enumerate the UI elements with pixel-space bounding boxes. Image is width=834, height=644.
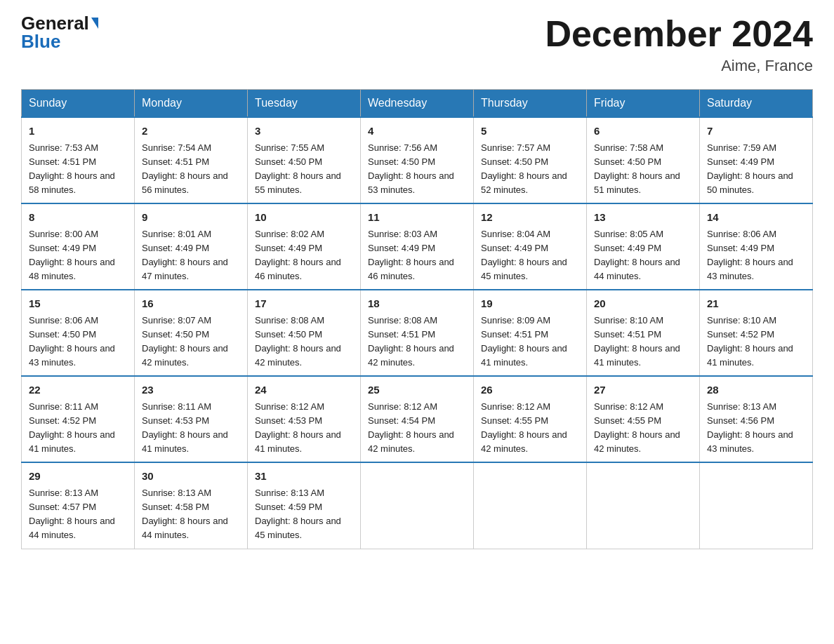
calendar-cell: 13Sunrise: 8:05 AMSunset: 4:49 PMDayligh… [587,203,700,290]
day-number: 19 [481,296,579,312]
calendar-cell: 3Sunrise: 7:55 AMSunset: 4:50 PMDaylight… [248,117,361,203]
day-info: Sunrise: 8:11 AMSunset: 4:52 PMDaylight:… [29,400,127,457]
calendar-cell: 18Sunrise: 8:08 AMSunset: 4:51 PMDayligh… [361,290,474,376]
day-info: Sunrise: 8:02 AMSunset: 4:49 PMDaylight:… [255,227,353,284]
day-number: 8 [29,210,127,226]
day-number: 1 [29,123,127,140]
calendar-table: SundayMondayTuesdayWednesdayThursdayFrid… [21,89,813,549]
day-info: Sunrise: 8:09 AMSunset: 4:51 PMDaylight:… [481,314,579,370]
day-info: Sunrise: 8:12 AMSunset: 4:54 PMDaylight:… [368,400,466,457]
weekday-header-sunday: Sunday [22,90,135,118]
calendar-cell: 19Sunrise: 8:09 AMSunset: 4:51 PMDayligh… [474,290,587,376]
calendar-cell: 28Sunrise: 8:13 AMSunset: 4:56 PMDayligh… [700,376,813,462]
day-info: Sunrise: 7:53 AMSunset: 4:51 PMDaylight:… [29,141,127,198]
day-number: 25 [368,382,466,398]
header: General Blue December 2024 Aime, France [21,14,813,75]
week-row-5: 29Sunrise: 8:13 AMSunset: 4:57 PMDayligh… [22,462,813,549]
weekday-header-tuesday: Tuesday [248,90,361,118]
week-row-4: 22Sunrise: 8:11 AMSunset: 4:52 PMDayligh… [22,376,813,462]
calendar-cell: 1Sunrise: 7:53 AMSunset: 4:51 PMDaylight… [22,117,135,203]
day-info: Sunrise: 8:06 AMSunset: 4:50 PMDaylight:… [29,314,127,370]
day-info: Sunrise: 7:56 AMSunset: 4:50 PMDaylight:… [368,141,466,198]
day-info: Sunrise: 7:59 AMSunset: 4:49 PMDaylight:… [707,141,805,198]
calendar-cell: 25Sunrise: 8:12 AMSunset: 4:54 PMDayligh… [361,376,474,462]
day-number: 28 [707,382,805,398]
day-info: Sunrise: 8:12 AMSunset: 4:55 PMDaylight:… [481,400,579,457]
day-info: Sunrise: 8:10 AMSunset: 4:51 PMDaylight:… [594,314,692,370]
day-number: 15 [29,296,127,312]
day-info: Sunrise: 8:08 AMSunset: 4:50 PMDaylight:… [255,314,353,370]
logo-blue: Blue [21,31,60,52]
day-number: 29 [29,469,127,485]
day-number: 5 [481,123,579,140]
calendar-cell [361,462,474,549]
week-row-3: 15Sunrise: 8:06 AMSunset: 4:50 PMDayligh… [22,290,813,376]
logo-text: General Blue [21,14,98,51]
day-info: Sunrise: 7:57 AMSunset: 4:50 PMDaylight:… [481,141,579,198]
calendar-cell [700,462,813,549]
weekday-header-friday: Friday [587,90,700,118]
title-area: December 2024 Aime, France [545,14,813,75]
calendar-cell [587,462,700,549]
calendar-cell: 10Sunrise: 8:02 AMSunset: 4:49 PMDayligh… [248,203,361,290]
day-number: 22 [29,382,127,398]
day-info: Sunrise: 8:06 AMSunset: 4:49 PMDaylight:… [707,227,805,284]
calendar-cell: 17Sunrise: 8:08 AMSunset: 4:50 PMDayligh… [248,290,361,376]
day-number: 2 [142,123,240,140]
day-number: 9 [142,210,240,226]
weekday-header-thursday: Thursday [474,90,587,118]
day-info: Sunrise: 8:13 AMSunset: 4:59 PMDaylight:… [255,486,353,543]
month-title: December 2024 [545,14,813,54]
day-info: Sunrise: 8:13 AMSunset: 4:56 PMDaylight:… [707,400,805,457]
day-number: 30 [142,469,240,485]
day-info: Sunrise: 8:13 AMSunset: 4:58 PMDaylight:… [142,486,240,543]
calendar-cell: 29Sunrise: 8:13 AMSunset: 4:57 PMDayligh… [22,462,135,549]
calendar-cell: 6Sunrise: 7:58 AMSunset: 4:50 PMDaylight… [587,117,700,203]
calendar-cell: 22Sunrise: 8:11 AMSunset: 4:52 PMDayligh… [22,376,135,462]
calendar-cell: 4Sunrise: 7:56 AMSunset: 4:50 PMDaylight… [361,117,474,203]
day-info: Sunrise: 8:12 AMSunset: 4:53 PMDaylight:… [255,400,353,457]
day-number: 23 [142,382,240,398]
location-title: Aime, France [545,57,813,75]
calendar-cell: 8Sunrise: 8:00 AMSunset: 4:49 PMDaylight… [22,203,135,290]
day-info: Sunrise: 8:05 AMSunset: 4:49 PMDaylight:… [594,227,692,284]
day-number: 4 [368,123,466,140]
logo-triangle-icon [91,18,98,29]
calendar-cell: 14Sunrise: 8:06 AMSunset: 4:49 PMDayligh… [700,203,813,290]
day-number: 3 [255,123,353,140]
day-info: Sunrise: 8:13 AMSunset: 4:57 PMDaylight:… [29,486,127,543]
day-number: 6 [594,123,692,140]
calendar-cell: 16Sunrise: 8:07 AMSunset: 4:50 PMDayligh… [135,290,248,376]
day-info: Sunrise: 8:07 AMSunset: 4:50 PMDaylight:… [142,314,240,370]
day-number: 14 [707,210,805,226]
calendar-cell: 2Sunrise: 7:54 AMSunset: 4:51 PMDaylight… [135,117,248,203]
calendar-cell: 7Sunrise: 7:59 AMSunset: 4:49 PMDaylight… [700,117,813,203]
day-info: Sunrise: 7:58 AMSunset: 4:50 PMDaylight:… [594,141,692,198]
calendar-cell: 15Sunrise: 8:06 AMSunset: 4:50 PMDayligh… [22,290,135,376]
week-row-2: 8Sunrise: 8:00 AMSunset: 4:49 PMDaylight… [22,203,813,290]
day-number: 11 [368,210,466,226]
day-number: 20 [594,296,692,312]
logo: General Blue [21,14,98,51]
day-number: 31 [255,469,353,485]
weekday-header-row: SundayMondayTuesdayWednesdayThursdayFrid… [22,90,813,118]
day-info: Sunrise: 8:01 AMSunset: 4:49 PMDaylight:… [142,227,240,284]
calendar-cell: 12Sunrise: 8:04 AMSunset: 4:49 PMDayligh… [474,203,587,290]
day-number: 10 [255,210,353,226]
day-number: 7 [707,123,805,140]
calendar-cell: 27Sunrise: 8:12 AMSunset: 4:55 PMDayligh… [587,376,700,462]
calendar-cell: 30Sunrise: 8:13 AMSunset: 4:58 PMDayligh… [135,462,248,549]
calendar-cell: 21Sunrise: 8:10 AMSunset: 4:52 PMDayligh… [700,290,813,376]
weekday-header-monday: Monday [135,90,248,118]
calendar-cell: 5Sunrise: 7:57 AMSunset: 4:50 PMDaylight… [474,117,587,203]
day-number: 12 [481,210,579,226]
calendar-cell: 23Sunrise: 8:11 AMSunset: 4:53 PMDayligh… [135,376,248,462]
calendar-cell: 11Sunrise: 8:03 AMSunset: 4:49 PMDayligh… [361,203,474,290]
calendar-cell: 9Sunrise: 8:01 AMSunset: 4:49 PMDaylight… [135,203,248,290]
calendar-cell: 31Sunrise: 8:13 AMSunset: 4:59 PMDayligh… [248,462,361,549]
day-info: Sunrise: 8:08 AMSunset: 4:51 PMDaylight:… [368,314,466,370]
day-number: 17 [255,296,353,312]
week-row-1: 1Sunrise: 7:53 AMSunset: 4:51 PMDaylight… [22,117,813,203]
day-number: 18 [368,296,466,312]
calendar-cell: 26Sunrise: 8:12 AMSunset: 4:55 PMDayligh… [474,376,587,462]
